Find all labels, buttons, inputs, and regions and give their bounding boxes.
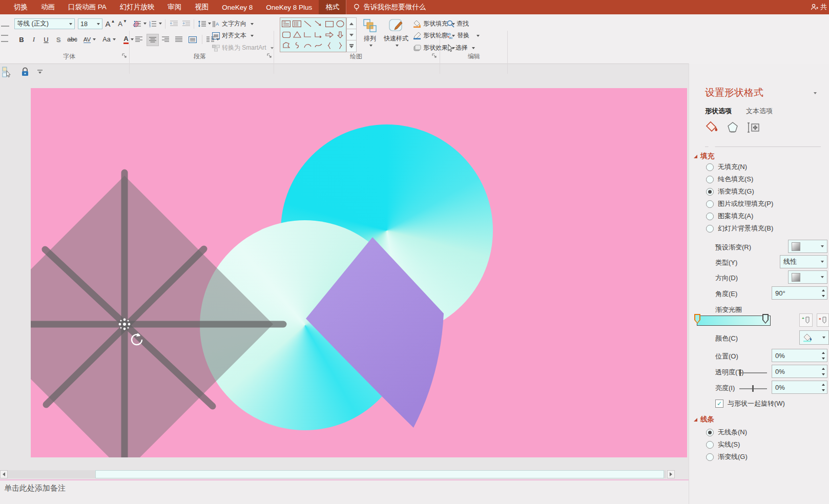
fill-option-picture[interactable]: 图片或纹理填充(P) bbox=[706, 198, 773, 210]
align-left-button[interactable] bbox=[133, 34, 144, 45]
change-case-button[interactable]: Aa bbox=[100, 34, 118, 45]
transparency-input[interactable]: 0% bbox=[772, 365, 827, 378]
line-spacing-button[interactable] bbox=[197, 18, 212, 29]
radio-icon[interactable] bbox=[706, 200, 714, 208]
gray-drag-preview-shape[interactable] bbox=[31, 173, 283, 457]
convert-smartart-button[interactable]: 转换为 SmartArt bbox=[212, 44, 274, 52]
purple-wedge-shape[interactable] bbox=[306, 237, 444, 428]
move-handle-icon[interactable] bbox=[119, 319, 131, 330]
arc-shape-icon[interactable] bbox=[302, 40, 313, 51]
stop-position-input[interactable]: 0% bbox=[772, 349, 827, 362]
arrow-shape-icon[interactable] bbox=[313, 18, 324, 29]
left-brace-shape-icon[interactable] bbox=[324, 40, 335, 51]
bold-button[interactable]: B bbox=[16, 34, 27, 45]
textbox-shape-icon[interactable] bbox=[281, 18, 292, 29]
triangle-shape-icon[interactable] bbox=[292, 29, 302, 40]
elbow-arrow-connector-shape-icon[interactable] bbox=[313, 29, 324, 40]
spinner[interactable] bbox=[820, 350, 826, 361]
line-shape-icon[interactable] bbox=[302, 18, 313, 29]
tab-review[interactable]: 审阅 bbox=[161, 0, 188, 14]
drawing-dialog-launcher[interactable] bbox=[432, 53, 438, 59]
scribble-shape-icon[interactable] bbox=[292, 40, 302, 51]
strikethrough-button[interactable]: abc bbox=[66, 34, 79, 45]
tab-onekey8[interactable]: OneKey 8 bbox=[215, 0, 259, 14]
shape-gallery[interactable] bbox=[280, 17, 346, 52]
oval-shape-icon[interactable] bbox=[335, 18, 345, 29]
radio-icon[interactable] bbox=[706, 213, 714, 220]
gallery-more-button[interactable] bbox=[346, 40, 357, 52]
select-button[interactable]: 选择 bbox=[447, 44, 475, 52]
decrease-font-size-button[interactable]: A▼ bbox=[117, 17, 128, 30]
transparency-slider-track[interactable] bbox=[739, 372, 767, 373]
spinner[interactable] bbox=[820, 287, 826, 299]
radio-icon[interactable] bbox=[706, 225, 714, 233]
hscroll-left-button[interactable] bbox=[0, 470, 8, 478]
remove-gradient-stop-button[interactable]: × bbox=[817, 313, 829, 327]
distribute-text-button[interactable] bbox=[186, 34, 199, 45]
paragraph-dialog-launcher[interactable] bbox=[267, 53, 273, 59]
panel-menu-chevron-icon[interactable] bbox=[814, 92, 817, 94]
collapse-chevron-icon[interactable] bbox=[37, 70, 43, 75]
italic-button[interactable]: I bbox=[29, 34, 39, 45]
transparency-slider-handle[interactable] bbox=[739, 369, 741, 376]
checkbox-icon[interactable]: ✓ bbox=[715, 400, 723, 408]
radio-icon[interactable] bbox=[706, 176, 714, 183]
fill-option-background[interactable]: 幻灯片背景填充(B) bbox=[706, 222, 773, 235]
radio-icon[interactable] bbox=[706, 163, 714, 171]
fill-section-header[interactable]: 填充 bbox=[694, 152, 714, 161]
radio-icon[interactable] bbox=[706, 453, 714, 461]
gradient-stops-bar[interactable] bbox=[697, 316, 771, 326]
quick-styles-button[interactable]: 快速样式 bbox=[383, 18, 409, 62]
brightness-slider-handle[interactable] bbox=[752, 385, 754, 392]
share-button[interactable]: 共 bbox=[810, 0, 828, 14]
add-gradient-stop-button[interactable]: + bbox=[799, 313, 813, 327]
find-button[interactable]: 查找 bbox=[447, 19, 469, 28]
increase-font-size-button[interactable]: A▲ bbox=[105, 17, 116, 30]
rectangle-shape-icon[interactable] bbox=[324, 18, 335, 29]
notes-placeholder[interactable]: 单击此处添加备注 bbox=[0, 480, 689, 493]
radio-icon[interactable] bbox=[706, 441, 714, 449]
line-option-solid[interactable]: 实线(S) bbox=[706, 438, 748, 451]
replace-button[interactable]: abac 替换 bbox=[447, 31, 480, 40]
font-dialog-launcher[interactable] bbox=[122, 53, 128, 59]
underline-button[interactable]: U bbox=[41, 34, 51, 45]
tab-format[interactable]: 格式 bbox=[319, 0, 346, 14]
spinner[interactable] bbox=[820, 382, 826, 393]
gradient-color-dropdown[interactable] bbox=[799, 330, 829, 345]
decrease-indent-button[interactable] bbox=[168, 18, 179, 29]
tab-pocket-animation[interactable]: 口袋动画 PA bbox=[61, 0, 113, 14]
slide-canvas[interactable] bbox=[31, 88, 687, 457]
hscroll-thumb[interactable] bbox=[95, 470, 664, 478]
rotate-with-shape-checkbox[interactable]: ✓ 与形状一起旋转(W) bbox=[715, 397, 785, 410]
text-shadow-button[interactable]: S bbox=[53, 34, 64, 45]
curve-shape-icon[interactable] bbox=[313, 40, 324, 51]
fill-option-solid[interactable]: 纯色填充(S) bbox=[706, 173, 773, 185]
effects-pentagon-icon[interactable] bbox=[727, 121, 739, 134]
notes-area[interactable]: 单击此处添加备注 bbox=[0, 480, 689, 504]
font-name-combo[interactable]: 等线 (正文) bbox=[14, 18, 75, 29]
tab-slideshow[interactable]: 幻灯片放映 bbox=[113, 0, 161, 14]
fill-bucket-icon[interactable] bbox=[705, 121, 718, 134]
gallery-scroll-down-button[interactable] bbox=[346, 29, 357, 41]
align-right-button[interactable] bbox=[160, 34, 171, 45]
tab-view[interactable]: 视图 bbox=[188, 0, 215, 14]
vertical-textbox-shape-icon[interactable] bbox=[292, 18, 302, 29]
fill-option-none[interactable]: 无填充(N) bbox=[706, 161, 773, 173]
down-arrow-shape-icon[interactable] bbox=[335, 29, 345, 40]
align-center-button[interactable] bbox=[147, 34, 159, 46]
numbering-button[interactable]: 123 bbox=[149, 18, 162, 29]
tab-onekey8plus[interactable]: OneKey 8 Plus bbox=[259, 0, 319, 14]
character-spacing-button[interactable]: AV bbox=[81, 34, 98, 45]
tab-animations[interactable]: 动画 bbox=[34, 0, 61, 14]
increase-indent-button[interactable] bbox=[180, 18, 192, 29]
radio-icon[interactable] bbox=[706, 429, 714, 436]
spinner[interactable] bbox=[820, 366, 826, 377]
brightness-input[interactable]: 0% bbox=[772, 381, 827, 394]
tell-me-box[interactable]: 告诉我你想要做什么 bbox=[346, 0, 433, 14]
line-section-header[interactable]: 线条 bbox=[694, 415, 714, 424]
right-brace-shape-icon[interactable] bbox=[335, 40, 345, 51]
rounded-rectangle-shape-icon[interactable] bbox=[281, 29, 292, 40]
right-arrow-shape-icon[interactable] bbox=[324, 29, 335, 40]
lock-icon[interactable] bbox=[20, 67, 30, 77]
align-text-button[interactable]: 对齐文本 bbox=[212, 31, 254, 40]
